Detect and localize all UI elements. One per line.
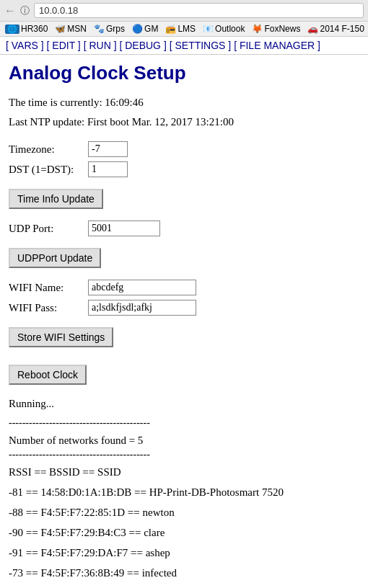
bookmark-grps[interactable]: 🐾 Grps (92, 23, 127, 35)
bookmark-gm[interactable]: 🔵 GM (130, 23, 160, 35)
time-current-line: The time is currently: 16:09:46 (9, 94, 359, 111)
wifi-pass-label: WIFI Pass: (9, 302, 88, 314)
timezone-row: Timezone: (9, 141, 359, 157)
time-update-btn-wrapper: Time Info Update (9, 182, 359, 216)
network-5: -73 == F4:5F:F7:36:8B:49 == infected (9, 564, 359, 582)
dashes-2: ----------------------------------------… (9, 449, 359, 460)
page-title: Analog Clock Setup (9, 62, 359, 84)
networks-found: Number of networks found = 5 (9, 432, 359, 449)
bookmark-lms[interactable]: 📻 LMS (163, 23, 198, 35)
main-content: Analog Clock Setup The time is currently… (0, 55, 368, 588)
dst-label: DST (1=DST): (9, 164, 88, 176)
separator-1: ----------------------------------------… (9, 417, 359, 582)
dashes-1: ----------------------------------------… (9, 417, 359, 429)
reboot-button[interactable]: Reboot Clock (9, 365, 87, 385)
network-3: -90 == F4:5F:F7:29:B4:C3 == clare (9, 524, 359, 541)
bookmark-foxnews[interactable]: 🦊 FoxNews (250, 23, 302, 35)
status-line: Running... (9, 398, 359, 410)
bookmark-icon-grps: 🐾 (94, 24, 105, 34)
bookmark-label-gm: GM (144, 24, 158, 34)
network-2: -88 == F4:5F:F7:22:85:1D == newton (9, 504, 359, 521)
wifi-pass-row: WIFI Pass: (9, 300, 359, 316)
bookmark-hr360[interactable]: 🌐 HR360 (3, 23, 50, 35)
timezone-input[interactable] (88, 141, 128, 157)
wifi-section: WIFI Name: WIFI Pass: (9, 280, 359, 316)
nav-filemanager[interactable]: [ FILE MANAGER ] (234, 40, 320, 51)
ntp-label: Last NTP update: (9, 116, 84, 128)
udp-port-input[interactable] (88, 220, 160, 236)
udp-update-btn-wrapper: UDPPort Update (9, 241, 359, 275)
bookmark-label-grps: Grps (106, 24, 125, 34)
ntp-value-text: First boot Mar. 12, 2017 13:21:00 (87, 116, 234, 128)
nav-menu: [ VARS ] [ EDIT ] [ RUN ] [ DEBUG ] [ SE… (0, 37, 368, 55)
info-icon: ⓘ (20, 4, 30, 17)
url-bar[interactable]: 10.0.0.18 (34, 3, 364, 18)
bookmarks-bar: 🌐 HR360 🦋 MSN 🐾 Grps 🔵 GM 📻 LMS 📧 Outloo… (0, 22, 368, 37)
wifi-pass-input[interactable] (88, 300, 196, 316)
nav-debug[interactable]: [ DEBUG ] (119, 40, 166, 51)
wifi-name-label: WIFI Name: (9, 282, 88, 294)
dst-row: DST (1=DST): (9, 161, 359, 177)
nav-settings[interactable]: [ SETTINGS ] (170, 40, 232, 51)
bookmark-label-f150: 2014 F-150 (320, 24, 364, 34)
dst-input[interactable] (88, 161, 128, 177)
store-wifi-btn-wrapper: Store WIFI Settings (9, 320, 359, 355)
time-current-label: The time is currently: (9, 97, 102, 108)
time-update-button[interactable]: Time Info Update (9, 189, 103, 209)
bookmark-icon-gm: 🔵 (132, 24, 143, 34)
wifi-name-row: WIFI Name: (9, 280, 359, 295)
bookmark-outlook[interactable]: 📧 Outlook (201, 23, 247, 35)
store-wifi-button[interactable]: Store WIFI Settings (9, 327, 113, 347)
bookmark-icon-foxnews: 🦊 (252, 24, 263, 34)
nav-run[interactable]: [ RUN ] (84, 40, 117, 51)
bookmark-label-foxnews: FoxNews (264, 24, 300, 34)
udp-port-row: UDP Port: (9, 220, 359, 236)
ntp-line: Last NTP update: First boot Mar. 12, 201… (9, 114, 359, 130)
browser-bar: ← ⓘ 10.0.0.18 (0, 0, 368, 22)
timezone-label: Timezone: (9, 143, 88, 156)
bookmark-f150[interactable]: 🚗 2014 F-150 (305, 23, 366, 35)
nav-vars[interactable]: [ VARS ] (6, 40, 44, 51)
time-value: 16:09:46 (105, 97, 143, 108)
timezone-section: Timezone: DST (1=DST): (9, 141, 359, 177)
nav-edit[interactable]: [ EDIT ] (47, 40, 81, 51)
udp-update-button[interactable]: UDPPort Update (9, 248, 101, 268)
back-button[interactable]: ← (4, 4, 16, 17)
rssi-header: RSSI == BSSID == SSID (9, 463, 359, 481)
bookmark-icon-msn: 🦋 (55, 24, 66, 34)
bookmark-icon-lms: 📻 (165, 24, 176, 34)
bookmark-icon-hr360: 🌐 (5, 24, 19, 34)
wifi-name-input[interactable] (88, 280, 196, 295)
udp-port-label: UDP Port: (9, 223, 88, 235)
reboot-btn-wrapper: Reboot Clock (9, 357, 359, 392)
bookmark-label-msn: MSN (67, 24, 87, 34)
bookmark-label-lms: LMS (178, 24, 196, 34)
bookmark-icon-outlook: 📧 (203, 24, 214, 34)
network-1: -81 == 14:58:D0:1A:1B:DB == HP-Print-DB-… (9, 484, 359, 501)
network-4: -91 == F4:5F:F7:29:DA:F7 == ashep (9, 544, 359, 561)
bookmark-msn[interactable]: 🦋 MSN (53, 23, 89, 35)
bookmark-label-hr360: HR360 (21, 24, 48, 34)
bookmark-icon-f150: 🚗 (307, 24, 318, 34)
bookmark-label-outlook: Outlook (215, 24, 245, 34)
